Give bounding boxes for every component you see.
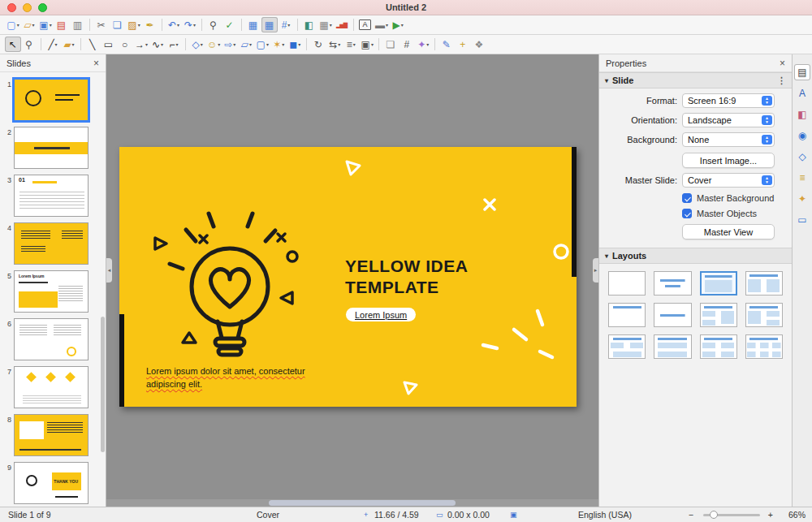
stars-banners-tool[interactable]: ✶ ▾	[270, 37, 287, 52]
tab-navigator[interactable]: ◉	[794, 127, 810, 144]
curves-polygons-tool[interactable]: ∿ ▾	[149, 37, 166, 52]
start-slideshow-button[interactable]: ▶ ▾	[390, 17, 406, 32]
basic-shapes-tool[interactable]: ◇ ▾	[189, 37, 205, 52]
layouts-section-header[interactable]: ▾ Layouts	[599, 248, 792, 264]
layout-title-content-over-content[interactable]	[654, 334, 691, 359]
display-grid-button[interactable]: ▦	[245, 17, 261, 32]
flip-tool[interactable]: ⇆ ▾	[326, 37, 343, 52]
slide-thumbnail-9[interactable]: 9 THANK YOU	[0, 462, 104, 504]
zoom-in-button[interactable]: +	[768, 510, 773, 520]
slide-section-header[interactable]: ▾ Slide ⋮	[599, 72, 792, 88]
master-slide-select[interactable]: Cover ▲▼	[682, 173, 775, 188]
block-arrows-tool[interactable]: ⇨ ▾	[222, 37, 238, 52]
layout-title-content[interactable]	[700, 271, 737, 296]
close-icon[interactable]: ×	[780, 58, 785, 69]
slide-thumbnail-5[interactable]: 5 Lorem Ipsum	[0, 270, 104, 313]
insert-chart-button[interactable]: ▂▅▇	[334, 17, 350, 32]
select-tool[interactable]: ↖	[5, 37, 21, 52]
zoom-pan-tool[interactable]: ⚲	[21, 37, 37, 52]
ellipse-tool[interactable]: ○	[117, 37, 133, 52]
master-slide-name[interactable]: Cover	[257, 510, 279, 520]
slide-body-text[interactable]: Lorem ipsum dolor sit amet, consectetur …	[146, 365, 305, 390]
connectors-tool[interactable]: ⌐ ▾	[166, 37, 182, 52]
minimize-window-button[interactable]	[23, 3, 32, 12]
insert-header-footer-button[interactable]: ▬ ▾	[374, 17, 390, 32]
layout-title-2content-over-content[interactable]	[608, 334, 646, 359]
zoom-slider[interactable]	[703, 514, 760, 516]
slide-thumbnail-6[interactable]: 6	[0, 318, 104, 360]
properties-panel-collapse-handle[interactable]: ▸	[593, 258, 598, 283]
redo-button[interactable]: ↷ ▾	[182, 17, 198, 32]
insert-image-button-toolbar[interactable]: ◧	[301, 17, 317, 32]
callouts-tool[interactable]: ▢ ▾	[254, 37, 270, 52]
insert-text-box-button[interactable]: A	[357, 17, 374, 32]
select-stepper[interactable]: ▲▼	[762, 96, 772, 106]
3d-objects-tool[interactable]: ◼ ▾	[287, 37, 303, 52]
select-stepper[interactable]: ▲▼	[762, 115, 772, 125]
scrollbar-thumb[interactable]	[269, 500, 456, 506]
rectangle-tool[interactable]: ▭	[101, 37, 117, 52]
layout-title-4content[interactable]	[700, 334, 737, 359]
select-stepper[interactable]: ▲▼	[762, 135, 772, 145]
orientation-select[interactable]: Landscape ▲▼	[682, 113, 775, 127]
slide-thumbnail-4[interactable]: 4	[0, 222, 104, 265]
slides-panel-collapse-handle[interactable]: ◂	[106, 258, 112, 283]
new-document-button[interactable]: ▢ ▾	[5, 17, 21, 32]
more-options-icon[interactable]: ⋮	[777, 75, 786, 86]
slide-thumbnail-3[interactable]: 3 01	[0, 175, 104, 217]
flowchart-tool[interactable]: ▱ ▾	[238, 37, 254, 52]
line-style-tool[interactable]: ╱ ▾	[45, 37, 61, 52]
gluepoints-tool[interactable]: +	[455, 37, 471, 52]
slide-editing-area[interactable]: YELLOW IDEA TEMPLATE Lorem Ipsum Lorem i…	[119, 147, 577, 407]
master-background-checkbox[interactable]: Master Background	[682, 193, 792, 203]
snap-to-grid-button[interactable]: ▦	[261, 17, 278, 32]
slides-panel-scrollbar[interactable]	[101, 317, 105, 452]
find-replace-button[interactable]: ⚲	[205, 17, 222, 32]
tab-master-slides[interactable]: ≡	[794, 170, 810, 186]
canvas-horizontal-scrollbar[interactable]	[106, 499, 598, 507]
master-view-button[interactable]: Master View	[682, 224, 775, 239]
align-objects-tool[interactable]: ≡ ▾	[343, 37, 359, 52]
close-window-button[interactable]	[7, 3, 16, 12]
tab-gallery[interactable]: ◧	[794, 106, 810, 123]
zoom-out-button[interactable]: −	[689, 510, 693, 520]
rotate-tool[interactable]: ↻	[310, 37, 326, 52]
slide-link-button[interactable]: Lorem Ipsum	[346, 308, 416, 321]
layout-title-only[interactable]	[608, 303, 646, 327]
slide-thumbnail-8[interactable]: 8	[0, 414, 104, 456]
slide-thumbnail-1[interactable]: 1	[0, 79, 104, 121]
tab-shapes[interactable]: ◇	[794, 149, 810, 165]
close-icon[interactable]: ×	[93, 58, 99, 69]
export-pdf-button[interactable]: ▤	[54, 17, 70, 32]
crop-image-tool[interactable]: #	[399, 37, 415, 52]
layout-title-6content[interactable]	[745, 334, 783, 359]
layout-title-content-2content[interactable]	[745, 303, 783, 327]
arrange-objects-tool[interactable]: ▣ ▾	[359, 37, 375, 52]
layout-title-2content[interactable]	[745, 271, 783, 296]
text-language[interactable]: English (USA)	[578, 510, 632, 520]
tab-styles[interactable]: A	[794, 85, 810, 101]
fit-slide-icon[interactable]: ▣	[510, 511, 517, 519]
zoom-slider-thumb[interactable]	[710, 511, 718, 519]
snap-guides-button[interactable]: # ▾	[278, 17, 294, 32]
tab-slide-transition[interactable]: ▭	[794, 212, 810, 228]
cut-button[interactable]: ✂	[93, 17, 110, 32]
background-select[interactable]: None ▲▼	[682, 132, 775, 147]
paste-button[interactable]: ▨ ▾	[126, 17, 142, 32]
slide-canvas[interactable]: YELLOW IDEA TEMPLATE Lorem Ipsum Lorem i…	[106, 54, 598, 507]
tab-properties[interactable]: ▤	[794, 64, 810, 80]
layout-title-slide[interactable]	[654, 271, 691, 296]
undo-button[interactable]: ↶ ▾	[166, 17, 182, 32]
open-file-button[interactable]: ▱ ▾	[21, 17, 37, 32]
tab-animation[interactable]: ✦	[794, 191, 810, 207]
layout-blank[interactable]	[608, 271, 646, 296]
edit-points-tool[interactable]: ✎	[438, 37, 455, 52]
spelling-button[interactable]: ✓	[222, 17, 238, 32]
format-select[interactable]: Screen 16:9 ▲▼	[682, 93, 775, 108]
insert-image-button[interactable]: Insert Image...	[682, 153, 775, 168]
layout-title-2content-content[interactable]	[700, 303, 737, 327]
slide-thumbnail-7[interactable]: 7	[0, 366, 104, 408]
fill-color-tool[interactable]: ▰ ▾	[61, 37, 77, 52]
toggle-extrusion-tool[interactable]: ❖	[471, 37, 487, 52]
save-button[interactable]: ▣ ▾	[37, 17, 54, 32]
